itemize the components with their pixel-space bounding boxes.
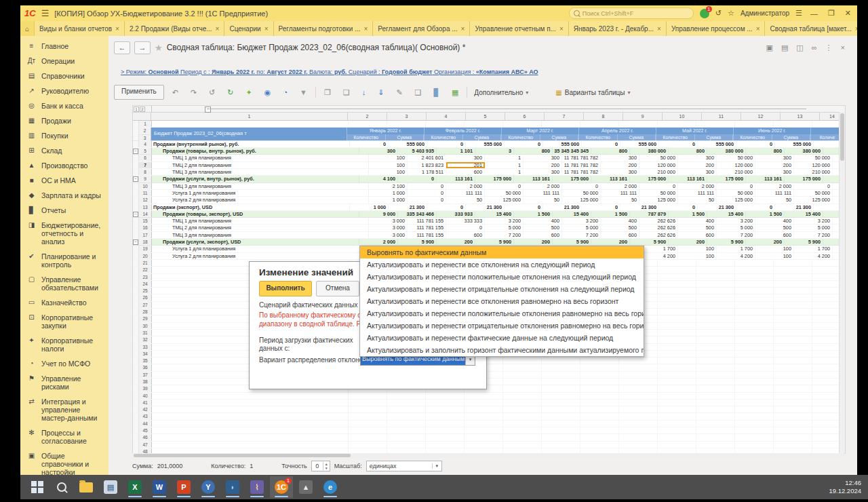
data-cell[interactable]: 3 000 [369, 232, 408, 238]
data-cell[interactable]: 21 300 [543, 204, 582, 210]
column-header[interactable]: 7 [545, 113, 584, 120]
scale-select[interactable]: единицах▾ [366, 461, 442, 471]
data-cell[interactable]: 50 000 [485, 190, 524, 196]
close-view-icon[interactable]: × [841, 43, 845, 52]
maximize-button[interactable]: ❐ [826, 9, 837, 18]
data-cell[interactable]: 262 626 [639, 225, 678, 231]
data-cell[interactable]: 125 000 [562, 197, 601, 203]
data-cell[interactable]: 50 [446, 197, 485, 203]
data-cell[interactable]: 380 000 [707, 148, 746, 154]
row-header[interactable]: 22 [139, 267, 152, 273]
data-cell[interactable]: 300 [524, 155, 562, 161]
data-cell[interactable]: 11 781 781 782 [562, 162, 601, 168]
data-cell[interactable]: 7 200 [794, 232, 833, 238]
selected-cell[interactable]: 201 [446, 162, 485, 168]
data-cell[interactable]: 4 100 [359, 176, 398, 182]
tab-2[interactable]: 2.2 Продажи (Виды отче...× [125, 21, 224, 36]
row-header[interactable]: 14 [139, 211, 152, 217]
sidebar-item[interactable]: ◆Зарплата и кадры [20, 188, 108, 203]
tab-close-icon[interactable]: × [559, 25, 564, 33]
forward-button[interactable]: → [134, 41, 151, 54]
row-header[interactable]: 12 [139, 197, 152, 203]
data-cell[interactable]: 15 400 [707, 211, 746, 217]
sidebar-item[interactable]: ↗Руководителю [20, 83, 108, 98]
data-cell[interactable]: 300 [678, 155, 717, 161]
back-button[interactable]: ← [114, 41, 130, 54]
quantity-subheader[interactable]: Количество [656, 134, 695, 140]
start-button[interactable] [26, 476, 49, 498]
data-cell[interactable]: 262 626 [639, 218, 678, 224]
data-cell[interactable]: 2 000 [446, 183, 485, 189]
sum-subheader[interactable]: Сумма [540, 134, 579, 140]
data-cell[interactable]: 175 000 [630, 176, 669, 182]
month-header[interactable]: Апрель 2022 г. [579, 128, 656, 134]
data-cell[interactable]: 7 200 [485, 232, 524, 238]
sidebar-item[interactable]: ◎Банк и касса [20, 98, 108, 113]
data-cell[interactable]: 500 [755, 225, 794, 231]
data-cell[interactable]: 120 000 [717, 162, 755, 168]
data-cell[interactable]: 120 000 [794, 162, 833, 168]
table-row[interactable]: −9Продажи (услуги, внутр. рынок), руб.4 … [133, 176, 845, 182]
apply-button[interactable]: Применить [114, 85, 164, 100]
data-cell[interactable]: 1 000 [369, 190, 408, 196]
user-name[interactable]: Администратор [741, 9, 789, 17]
table-row[interactable]: 47 [133, 442, 845, 448]
data-cell[interactable]: 15 400 [785, 211, 823, 217]
data-cell[interactable]: 800 [591, 148, 630, 154]
data-cell[interactable]: 300 [755, 169, 794, 175]
sidebar-item[interactable]: ⇄Интеграция и управление мастер-данными [20, 394, 108, 425]
column-header[interactable]: 4 [427, 113, 466, 120]
row-header[interactable]: 45 [139, 427, 152, 433]
data-cell[interactable]: 400 [524, 218, 562, 224]
row-header[interactable]: 41 [139, 400, 152, 406]
data-cell[interactable]: 1 500 [514, 211, 553, 217]
dropdown-menu-item[interactable]: Выровнять по фактическим данным [360, 246, 644, 258]
dropdown-menu-item[interactable]: Актуализировать и перенести все отклонен… [360, 295, 644, 307]
data-cell[interactable]: 5 900 [398, 239, 437, 245]
word-icon[interactable]: W [148, 476, 171, 498]
table-row[interactable]: 15ТМЦ 1 для планирования3 000111 781 155… [133, 218, 845, 225]
tab-7[interactable]: Январь 2023 г. - Декабр...× [569, 21, 667, 36]
data-cell[interactable]: 600 [755, 232, 794, 238]
close-button[interactable]: ✕ [843, 9, 853, 18]
sum-subheader[interactable]: Сумма [618, 134, 656, 140]
filter-icon[interactable]: ▼ [298, 88, 309, 97]
column-header[interactable]: 10 [663, 113, 702, 120]
month-header[interactable]: Май 2022 г. [656, 128, 733, 134]
data-cell[interactable]: 1 500 [746, 211, 785, 217]
paste-icon[interactable]: ❏ [342, 88, 351, 97]
row-header[interactable]: 30 [139, 323, 152, 329]
link-icon[interactable]: ∞ [812, 43, 817, 52]
dropdown-menu-item[interactable]: Актуализировать и перенести положительны… [360, 307, 644, 320]
data-cell[interactable]: 500 [601, 225, 639, 231]
refresh-icon[interactable]: ↻ [226, 88, 235, 97]
row-header[interactable]: 28 [139, 309, 152, 315]
table-row[interactable]: 8ТМЦ 3 для планирования1001 178 51160013… [133, 169, 845, 176]
data-cell[interactable]: 111 111 [755, 190, 794, 196]
data-cell[interactable]: 125 000 [717, 197, 755, 203]
data-cell[interactable]: 300 [524, 169, 562, 175]
data-cell[interactable]: 600 [678, 232, 717, 238]
data-cell[interactable]: 5 900 [553, 239, 591, 245]
data-cell[interactable]: 400 [755, 218, 794, 224]
row-header[interactable]: 20 [139, 253, 152, 259]
data-cell[interactable]: 0 [659, 204, 698, 210]
onec-icon[interactable]: 1С1 [270, 476, 293, 498]
data-cell[interactable]: 300 [446, 155, 485, 161]
data-cell[interactable]: 50 000 [717, 155, 755, 161]
data-cell[interactable]: 100 [755, 253, 794, 259]
data-cell[interactable]: 21 300 [389, 204, 427, 210]
data-cell[interactable]: 210 000 [639, 169, 678, 175]
row-header[interactable]: 4 [139, 141, 152, 147]
sidebar-item[interactable]: ≡Главное [20, 39, 108, 54]
table-row[interactable]: 38 [133, 379, 845, 385]
data-cell[interactable]: 5 403 935 [398, 148, 437, 154]
data-cell[interactable]: 200 [437, 239, 475, 245]
data-cell[interactable]: 3 200 [794, 218, 833, 224]
main-menu-icon[interactable]: ☰ [41, 8, 50, 18]
sidebar-item[interactable]: ▊Отчеты [20, 203, 108, 218]
data-cell[interactable]: 1 700 [717, 246, 755, 252]
data-cell[interactable]: 3 000 [369, 218, 408, 224]
data-cell[interactable]: 175 000 [785, 176, 823, 182]
data-cell[interactable]: 111 781 155 [408, 225, 446, 231]
